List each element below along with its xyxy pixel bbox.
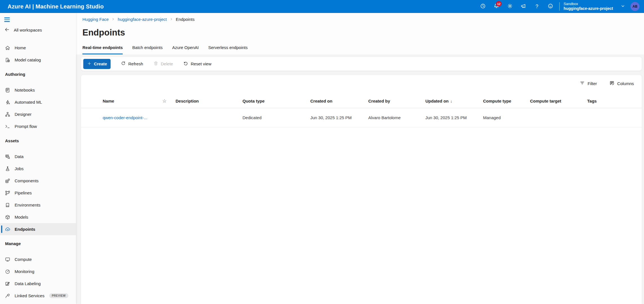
refresh-button[interactable]: Refresh <box>121 61 143 67</box>
column-header-tags[interactable]: Tags <box>587 99 642 103</box>
all-workspaces-label: All workspaces <box>14 28 42 32</box>
column-header-description[interactable]: Description <box>176 99 243 103</box>
tab-azure-openai[interactable]: Azure OpenAI <box>172 45 199 54</box>
sidebar-item-pipelines[interactable]: Pipelines <box>0 187 76 199</box>
app-root: Azure AI | Machine Learning Studio 12 <box>0 0 644 304</box>
column-header-name[interactable]: Name <box>103 99 162 103</box>
created-on-cell: Jun 30, 2025 1:25 PM <box>310 115 368 120</box>
tab-bar: Real-time endpoints Batch endpoints Azur… <box>82 45 644 54</box>
workspace-selector[interactable]: Sandbox huggingface-azure-project <box>564 2 613 11</box>
sidebar-item-automated-ml[interactable]: Automated ML <box>0 96 76 108</box>
endpoint-name-link[interactable]: qwen-coder-endpoint-... <box>103 115 162 120</box>
sidebar-item-components[interactable]: Components <box>0 175 76 187</box>
workspace-project-name: huggingface-azure-project <box>564 6 613 11</box>
created-by-cell: Alvaro Bartolome <box>368 115 425 120</box>
column-header-compute-target[interactable]: Compute target <box>530 99 587 103</box>
home-icon <box>5 45 10 51</box>
sidebar-item-notebooks[interactable]: Notebooks <box>0 84 76 96</box>
delete-button[interactable]: Delete <box>153 61 173 67</box>
sidebar-item-monitoring[interactable]: Monitoring <box>0 265 76 278</box>
trash-icon <box>153 61 158 67</box>
tab-real-time-endpoints[interactable]: Real-time endpoints <box>82 45 123 54</box>
sidebar-item-jobs[interactable]: Jobs <box>0 163 76 175</box>
edit-columns-icon <box>609 80 615 86</box>
columns-button[interactable]: Columns <box>609 80 634 86</box>
compute-type-cell: Managed <box>483 115 530 120</box>
pipelines-icon <box>5 190 10 196</box>
preview-badge: PREVIEW <box>49 293 68 298</box>
settings-button[interactable] <box>503 0 517 13</box>
sidebar-item-data-labeling[interactable]: Data Labeling <box>0 278 76 290</box>
content-body: Create Refresh Delete Reset view <box>76 54 644 304</box>
filter-button[interactable]: Filter <box>580 80 597 86</box>
sidebar-item-compute[interactable]: Compute <box>0 253 76 265</box>
quota-type-cell: Dedicated <box>243 115 310 120</box>
sidebar-item-endpoints[interactable]: Endpoints <box>0 223 76 235</box>
sidebar-item-models[interactable]: Models <box>0 211 76 223</box>
column-header-created-on[interactable]: Created on <box>310 99 368 103</box>
all-workspaces-back-button[interactable]: All workspaces <box>0 24 76 35</box>
chevron-down-icon <box>620 5 625 10</box>
table-controls: Filter Columns <box>81 78 642 88</box>
plus-icon <box>87 61 92 67</box>
column-header-compute-type[interactable]: Compute type <box>483 99 530 103</box>
notification-badge: 12 <box>496 1 502 6</box>
help-button[interactable]: ? <box>530 0 544 13</box>
notifications-button[interactable]: 12 <box>490 0 503 13</box>
models-icon <box>5 214 10 220</box>
endpoints-table-card: Filter Columns Name ☆ Description Quota … <box>81 75 642 304</box>
endpoints-icon <box>5 227 10 232</box>
topbar-actions: 12 ? Sandbox <box>476 0 641 13</box>
sidebar: All workspaces Home Model catalog Author… <box>0 13 76 304</box>
avatar[interactable]: AB <box>630 2 639 11</box>
sidebar-item-data[interactable]: Data <box>0 150 76 163</box>
breadcrumb-hub-link[interactable]: Hugging Face <box>82 17 109 22</box>
tab-batch-endpoints[interactable]: Batch endpoints <box>132 45 163 54</box>
chevron-right-icon <box>170 17 173 21</box>
favorite-column-header[interactable]: ☆ <box>162 98 176 104</box>
announcements-button[interactable] <box>517 0 530 13</box>
data-labeling-icon <box>5 281 10 287</box>
content-area: Hugging Face huggingface-azure-project E… <box>76 13 644 304</box>
topbar-divider <box>559 2 560 11</box>
command-bar: Create Refresh Delete Reset view <box>81 57 642 71</box>
create-button[interactable]: Create <box>83 59 111 69</box>
sidebar-section-manage: Manage <box>0 238 76 250</box>
column-header-created-by[interactable]: Created by <box>368 99 425 103</box>
environments-icon <box>5 202 10 208</box>
updated-on-cell: Jun 30, 2025 1:25 PM <box>425 115 483 120</box>
sidebar-item-prompt-flow[interactable]: Prompt flow <box>0 120 76 132</box>
feedback-button[interactable] <box>544 0 557 13</box>
workspace-environment: Sandbox <box>564 2 613 6</box>
sidebar-section-assets: Assets <box>0 135 76 147</box>
automated-ml-icon <box>5 99 10 105</box>
app-title: Azure AI | Machine Learning Studio <box>8 3 104 10</box>
linked-services-icon <box>5 293 10 299</box>
history-icon <box>480 3 486 10</box>
help-icon: ? <box>535 4 538 10</box>
breadcrumb-current: Endpoints <box>176 17 195 22</box>
sidebar-item-environments[interactable]: Environments <box>0 199 76 211</box>
table-row[interactable]: qwen-coder-endpoint-... Dedicated Jun 30… <box>81 108 642 127</box>
gear-icon <box>507 3 513 10</box>
column-header-quota-type[interactable]: Quota type <box>243 99 310 103</box>
sidebar-item-model-catalog[interactable]: Model catalog <box>0 54 76 66</box>
page-title: Endpoints <box>82 28 644 38</box>
sort-descending-icon: ↓ <box>450 99 452 103</box>
history-button[interactable] <box>476 0 490 13</box>
star-icon: ☆ <box>162 98 167 104</box>
sidebar-item-designer[interactable]: Designer <box>0 108 76 120</box>
chevron-right-icon <box>111 17 115 21</box>
sidebar-item-linked-services[interactable]: Linked Services PREVIEW <box>0 290 76 302</box>
workspace-dropdown-button[interactable] <box>620 4 625 10</box>
sidebar-item-home[interactable]: Home <box>0 42 76 54</box>
breadcrumb-project-link[interactable]: huggingface-azure-project <box>118 17 167 22</box>
reset-view-button[interactable]: Reset view <box>183 61 211 67</box>
column-header-updated-on[interactable]: Updated on ↓ <box>425 99 483 103</box>
prompt-flow-icon <box>5 124 10 129</box>
table-header-row: Name ☆ Description Quota type Created on… <box>81 94 642 108</box>
hamburger-icon <box>4 17 13 18</box>
tab-serverless-endpoints[interactable]: Serverless endpoints <box>208 45 248 54</box>
hamburger-menu-button[interactable] <box>4 17 13 23</box>
notebooks-icon <box>5 87 10 93</box>
